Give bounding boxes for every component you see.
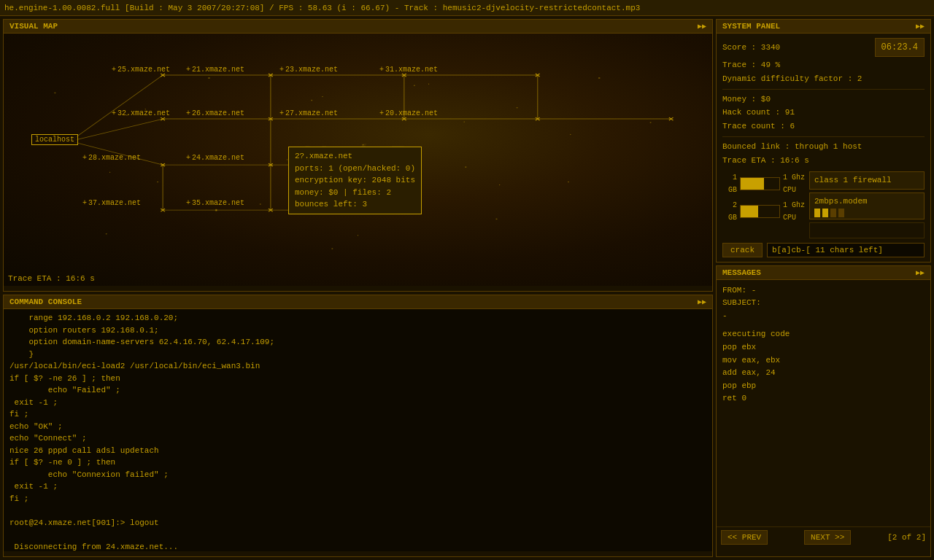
console-line: echo "OK" ; bbox=[9, 421, 706, 433]
code-line-4: pop ebp bbox=[722, 380, 925, 393]
console-panel: COMMAND CONSOLE ▶▶ range 192.168.0.2 192… bbox=[3, 295, 713, 557]
trace-count-label: Trace count : 6 bbox=[722, 120, 925, 133]
cpu-ghz-1: 1 Ghz bbox=[783, 171, 805, 184]
cpu-ghz-2: 1 Ghz bbox=[783, 199, 805, 211]
hack-count-label: Hack count : 91 bbox=[722, 106, 925, 120]
console-line: echo "Connexion failed" ; bbox=[9, 469, 706, 481]
console-line: echo "Failed" ; bbox=[9, 384, 706, 397]
system-panel: SYSTEM PANEL ▶▶ Score : 3340 06:23.4 Tra… bbox=[716, 19, 931, 262]
svg-line-17 bbox=[70, 119, 163, 141]
node-25[interactable]: 25.xmaze.net bbox=[112, 66, 170, 74]
svg-point-10 bbox=[157, 182, 158, 183]
svg-point-6 bbox=[598, 77, 601, 79]
left-panel: VISUAL MAP ▶▶ bbox=[3, 19, 713, 557]
prev-button[interactable]: << PREV bbox=[721, 530, 768, 545]
title-text: he.engine-1.00.0082.full [Build : May 3 … bbox=[4, 4, 640, 12]
hw-row-1: 1GB 1 Ghz CPU bbox=[722, 171, 805, 196]
console-line: exit -1 ; bbox=[9, 481, 706, 493]
tooltip-host: 2?.xmaze.net bbox=[295, 150, 415, 163]
modem-bar bbox=[814, 209, 919, 217]
executing-section: executing code pop ebx mov eax, ebx add … bbox=[722, 328, 925, 405]
from-row: FROM: - bbox=[722, 284, 925, 298]
difficulty-label: Dynamic difficulty factor : 2 bbox=[722, 72, 925, 86]
tooltip-money: money: $0 | files: 2 bbox=[295, 187, 415, 199]
tooltip-ports: ports: 1 (open/hacked: 0) bbox=[295, 163, 415, 175]
bounced-link-label: Bounced link : through 1 host bbox=[722, 140, 925, 154]
console-line bbox=[9, 505, 706, 517]
code-line-2: mov eax, ebx bbox=[722, 354, 925, 368]
messages-footer: << PREV NEXT >> [2 of 2] bbox=[717, 526, 930, 548]
node-26[interactable]: 26.xmaze.net bbox=[186, 109, 244, 117]
system-panel-icon: ▶▶ bbox=[916, 22, 925, 31]
messages-title: MESSAGES bbox=[722, 268, 761, 277]
node-28[interactable]: 28.xmaze.net bbox=[82, 154, 141, 162]
node-24[interactable]: 24.xmaze.net bbox=[186, 154, 244, 162]
console-line: option routers 192.168.0.1; bbox=[9, 324, 706, 337]
svg-point-15 bbox=[331, 248, 333, 249]
hw-card-empty bbox=[809, 222, 925, 238]
hw-bar-fill-1 bbox=[741, 178, 764, 190]
console-line: exit -1 ; bbox=[9, 397, 706, 409]
message-count: [2 of 2] bbox=[887, 533, 926, 542]
console-line: range 192.168.0.2 192.168.0.20; bbox=[9, 312, 706, 324]
hardware-section: 1GB 1 Ghz CPU 2GB bbox=[722, 171, 925, 238]
tooltip-bounces: bounces left: 3 bbox=[295, 198, 415, 211]
svg-point-4 bbox=[414, 85, 415, 86]
svg-point-2 bbox=[208, 77, 210, 79]
subject-row: SUBJECT: bbox=[722, 297, 925, 310]
modem-seg-4 bbox=[838, 209, 844, 217]
svg-point-0 bbox=[54, 93, 55, 94]
svg-point-14 bbox=[106, 233, 107, 235]
crack-button[interactable]: crack bbox=[722, 243, 763, 257]
node-32[interactable]: 32.xmaze.net bbox=[112, 109, 170, 117]
node-tooltip: 2?.xmaze.net ports: 1 (open/hacked: 0) e… bbox=[288, 147, 422, 214]
node-31[interactable]: 31.xmaze.net bbox=[379, 66, 438, 74]
console-line: root@24.xmaze.net[901]:> logout bbox=[9, 517, 706, 529]
tooltip-encryption: encryption key: 2048 bits bbox=[295, 174, 415, 187]
money-label: Money : $0 bbox=[722, 93, 925, 106]
node-37[interactable]: 37.xmaze.net bbox=[82, 199, 141, 207]
system-panel-content: Score : 3340 06:23.4 Trace : 49 % Dynami… bbox=[717, 34, 930, 262]
firewall-card: class 1 firewall bbox=[809, 171, 925, 190]
time-display: 06:23.4 bbox=[875, 38, 925, 57]
hw-bar-1 bbox=[740, 177, 780, 190]
console-line: fi ; bbox=[9, 493, 706, 505]
subject-value: - bbox=[722, 310, 925, 323]
node-35[interactable]: 35.xmaze.net bbox=[186, 199, 244, 207]
visual-map-header: VISUAL MAP ▶▶ bbox=[4, 20, 712, 34]
title-bar: he.engine-1.00.0082.full [Build : May 3 … bbox=[0, 0, 934, 16]
crack-input[interactable] bbox=[767, 243, 925, 257]
console-line: option domain-name-servers 62.4.16.70, 6… bbox=[9, 336, 706, 349]
subject-label: SUBJECT: bbox=[722, 298, 761, 307]
node-21[interactable]: 21.xmaze.net bbox=[186, 66, 244, 74]
next-button[interactable]: NEXT >> bbox=[804, 530, 851, 545]
node-27[interactable]: 27.xmaze.net bbox=[279, 109, 338, 117]
console-line bbox=[9, 529, 706, 541]
node-20[interactable]: 20.xmaze.net bbox=[379, 109, 438, 117]
console-title: COMMAND CONSOLE bbox=[9, 298, 82, 306]
console-line: echo "Connect" ; bbox=[9, 432, 706, 445]
code-line-3: add eax, 24 bbox=[722, 367, 925, 380]
code-line-5: ret 0 bbox=[722, 392, 925, 405]
node-23[interactable]: 23.xmaze.net bbox=[279, 66, 338, 74]
console-content[interactable]: range 192.168.0.2 192.168.0.20; option r… bbox=[4, 309, 712, 551]
code-line-1: pop ebx bbox=[722, 341, 925, 354]
svg-point-9 bbox=[465, 166, 466, 168]
score-time-row: Score : 3340 06:23.4 bbox=[722, 38, 925, 57]
hw-row-2: 2GB 1 Ghz CPU bbox=[722, 199, 805, 224]
modem-seg-2 bbox=[822, 209, 828, 217]
from-value: - bbox=[752, 286, 757, 295]
console-line: if [ $? -ne 0 ] ; then bbox=[9, 456, 706, 469]
cpu-label-1: CPU bbox=[783, 184, 805, 196]
messages-content: FROM: - SUBJECT: - executing code pop eb… bbox=[717, 280, 930, 526]
cpu-block-2: 1 Ghz CPU bbox=[783, 199, 805, 224]
modem-card: 2mbps.modem bbox=[809, 192, 925, 219]
console-line: if [ $? -ne 26 ] ; then bbox=[9, 373, 706, 385]
localhost-box[interactable]: localhost bbox=[31, 134, 78, 145]
crack-row: crack bbox=[722, 243, 925, 257]
executing-label: executing code bbox=[722, 328, 925, 341]
hw-left: 1GB 1 Ghz CPU 2GB bbox=[722, 171, 805, 238]
messages-header: MESSAGES ▶▶ bbox=[717, 266, 930, 280]
svg-point-13 bbox=[495, 219, 497, 220]
hw-bar-2 bbox=[740, 205, 780, 218]
